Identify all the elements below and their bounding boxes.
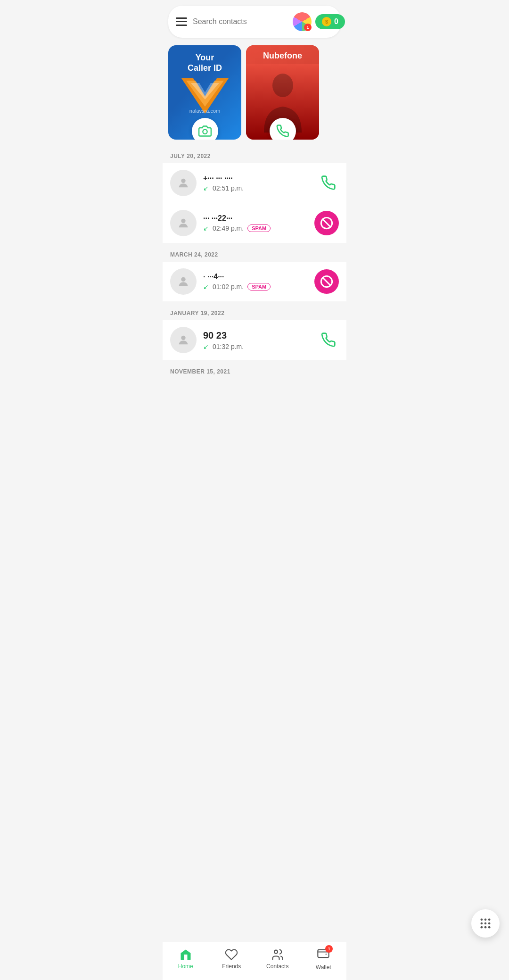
- nav-contacts-label: Contacts: [266, 963, 288, 970]
- call-meta: ↙ 02:51 p.m.: [203, 184, 312, 192]
- person-icon: [177, 216, 190, 230]
- call-info: ··· ···22··· ↙ 02:49 p.m. SPAM: [203, 214, 308, 232]
- svg-point-9: [181, 277, 185, 282]
- nubefone-title: Nubefone: [246, 51, 319, 61]
- nav-home[interactable]: Home: [169, 948, 202, 970]
- friends-icon: [225, 948, 238, 961]
- coins-count: 0: [334, 17, 338, 26]
- contact-avatar: [170, 268, 197, 295]
- call-meta: ↙ 01:02 p.m. SPAM: [203, 283, 308, 291]
- coin-icon: $: [322, 17, 331, 26]
- search-header: 1 $ 0: [168, 6, 341, 38]
- dial-phone-icon: [321, 332, 336, 348]
- block-icon: [320, 275, 333, 288]
- incoming-arrow-icon: ↙: [203, 184, 209, 192]
- call-meta: ↙ 02:49 p.m. SPAM: [203, 224, 308, 232]
- nav-wallet[interactable]: 1 Wallet: [307, 947, 340, 971]
- svg-point-5: [181, 179, 185, 183]
- svg-point-12: [181, 336, 185, 340]
- call-action[interactable]: [314, 269, 339, 294]
- svg-point-3: [203, 130, 207, 134]
- call-time: 02:49 p.m.: [213, 224, 244, 232]
- phone-icon: [276, 125, 289, 138]
- call-info: +··· ··· ···· ↙ 02:51 p.m.: [203, 174, 312, 192]
- call-action[interactable]: [318, 173, 339, 193]
- banners-section: YourCaller ID nalavsra.com: [163, 38, 346, 144]
- contact-avatar: [170, 170, 197, 196]
- person-icon: [177, 333, 190, 347]
- block-button[interactable]: [314, 211, 339, 235]
- call-action[interactable]: [314, 211, 339, 235]
- caller-id-bottom-text: nalavsra.com: [168, 108, 241, 114]
- svg-line-11: [323, 278, 330, 285]
- incoming-arrow-icon: ↙: [203, 224, 209, 232]
- home-icon: [179, 948, 192, 961]
- incoming-arrow-icon: ↙: [203, 343, 209, 350]
- svg-point-4: [272, 74, 293, 97]
- search-input[interactable]: [193, 17, 287, 26]
- contact-name: 90 23: [203, 330, 312, 341]
- dial-phone-icon: [321, 175, 336, 191]
- avatar-badge[interactable]: 1: [293, 12, 312, 31]
- date-header-november: NOVEMBER 15, 2021: [163, 360, 346, 379]
- bottom-navigation: Home Friends Contacts 1 Wallet: [163, 942, 346, 980]
- wallet-wrap: 1: [317, 947, 330, 962]
- notification-badge: 1: [304, 24, 312, 31]
- nav-friends[interactable]: Friends: [215, 948, 248, 970]
- call-info: 90 23 ↙ 01:32 p.m.: [203, 330, 312, 350]
- person-icon: [177, 176, 190, 190]
- incoming-arrow-icon: ↙: [203, 283, 209, 291]
- call-log: JULY 20, 2022 +··· ··· ···· ↙ 02:51 p.m.: [163, 144, 346, 379]
- menu-button[interactable]: [176, 17, 187, 26]
- call-phone-button[interactable]: [318, 173, 339, 193]
- block-button[interactable]: [314, 269, 339, 294]
- call-info: · ···4··· ↙ 01:02 p.m. SPAM: [203, 273, 308, 291]
- date-header-january: JANUARY 19, 2022: [163, 301, 346, 320]
- date-header-july: JULY 20, 2022: [163, 144, 346, 163]
- contacts-icon: [271, 948, 284, 961]
- svg-line-8: [323, 219, 330, 227]
- call-time: 01:02 p.m.: [213, 283, 244, 291]
- nav-wallet-label: Wallet: [316, 964, 331, 971]
- nav-contacts[interactable]: Contacts: [261, 948, 294, 970]
- contact-name: ··· ···22···: [203, 214, 308, 223]
- block-icon: [320, 216, 333, 230]
- caller-id-banner[interactable]: YourCaller ID nalavsra.com: [168, 45, 241, 140]
- spam-badge: SPAM: [247, 224, 271, 232]
- call-meta: ↙ 01:32 p.m.: [203, 343, 312, 350]
- person-icon: [177, 275, 190, 288]
- svg-point-6: [181, 219, 185, 223]
- coins-button[interactable]: $ 0: [315, 14, 345, 29]
- call-time: 01:32 p.m.: [213, 343, 244, 350]
- call-phone-button[interactable]: [318, 330, 339, 350]
- call-item: 90 23 ↙ 01:32 p.m.: [163, 320, 346, 360]
- call-time: 02:51 p.m.: [213, 184, 244, 192]
- spam-badge: SPAM: [247, 283, 271, 291]
- camera-icon: [198, 125, 212, 138]
- nav-home-label: Home: [178, 963, 193, 970]
- contact-name: · ···4···: [203, 273, 308, 281]
- wallet-badge: 1: [325, 945, 333, 953]
- caller-id-title: YourCaller ID: [188, 53, 222, 73]
- header-right: 1 $ 0: [293, 12, 345, 31]
- nubefone-banner[interactable]: Nubefone: [246, 45, 319, 140]
- contact-name: +··· ··· ····: [203, 174, 312, 183]
- date-header-march: MARCH 24, 2022: [163, 243, 346, 262]
- contact-avatar: [170, 327, 197, 353]
- nav-friends-label: Friends: [222, 963, 241, 970]
- call-action[interactable]: [318, 330, 339, 350]
- call-item: ··· ···22··· ↙ 02:49 p.m. SPAM: [163, 203, 346, 243]
- svg-point-22: [274, 950, 278, 954]
- contact-avatar: [170, 210, 197, 236]
- call-item: +··· ··· ···· ↙ 02:51 p.m.: [163, 163, 346, 203]
- call-item: · ···4··· ↙ 01:02 p.m. SPAM: [163, 262, 346, 301]
